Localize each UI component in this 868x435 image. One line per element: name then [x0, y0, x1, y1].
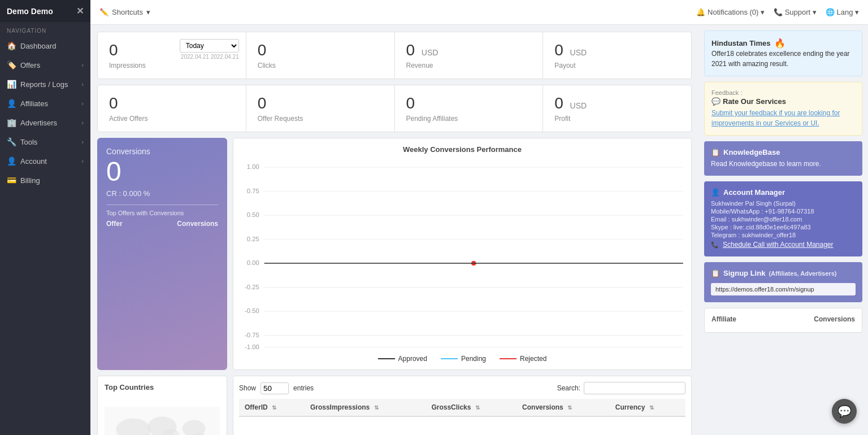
revenue-value: 0 USD [406, 41, 532, 59]
world-map [105, 396, 220, 435]
table-search: Search: [557, 382, 685, 394]
payout-value: 0 USD [554, 41, 680, 59]
date-picker[interactable]: TodayYesterdayLast 7 DaysLast 30 Days 20… [180, 39, 239, 60]
content-area: TodayYesterdayLast 7 DaysLast 30 Days 20… [90, 25, 868, 435]
nav-label-dashboard: Dashboard [20, 42, 57, 50]
sidebar-item-offers[interactable]: 🏷️ Offers › [0, 55, 90, 75]
stat-profit: 0 USD Profit [543, 85, 691, 132]
account-manager-card: 👤 Account Manager Sukhwinder Pal Singh (… [704, 181, 862, 256]
nav-label-offers: Offers [20, 61, 40, 69]
am-telegram: Telegram : sukhwinder_offer18 [711, 232, 856, 238]
nav-icon-dashboard: 🏠 [7, 41, 16, 50]
news-title-row: Hindustan Times 🔥 [711, 38, 855, 49]
kb-title: KnowledgeBase [723, 148, 780, 156]
chat-icon: 💬 [711, 97, 721, 106]
search-label: Search: [557, 384, 580, 392]
legend-pending: Pending [441, 355, 486, 363]
th-offerid: OfferID ⇅ [239, 399, 305, 416]
nav-label-advertisers: Advertisers [20, 119, 57, 127]
signup-icon: 📋 [711, 269, 720, 277]
profit-label: Profit [554, 115, 680, 123]
sidebar-item-tools[interactable]: 🔧 Tools › [0, 132, 90, 151]
active-offers-value: 0 [109, 94, 235, 112]
offer-requests-value: 0 [258, 94, 383, 112]
th-conversions: Conversions ⇅ [517, 399, 610, 416]
stat-payout: 0 USD Payout [543, 32, 691, 79]
search-input[interactable] [584, 382, 685, 394]
legend-rejected: Rejected [500, 355, 546, 363]
svg-text:-1.00: -1.00 [245, 343, 259, 350]
show-entries-input[interactable] [261, 382, 289, 394]
conversions-value: 0 [106, 156, 218, 187]
news-card: Hindustan Times 🔥 Offer18 celebrates exc… [704, 31, 862, 76]
sidebar: Demo Demo ✕ NAVIGATION 🏠 Dashboard 🏷️ Of… [0, 0, 90, 435]
top-countries-panel: Top Countries [97, 376, 227, 435]
conversions-cr: CR : 0.000 % [106, 189, 218, 198]
impressions-label: Impressions [109, 62, 235, 69]
shortcuts-label: Shortcuts [112, 8, 143, 16]
sidebar-item-affiliates[interactable]: 👤 Affiliates › [0, 94, 90, 113]
nav-arrow-tools: › [81, 138, 84, 145]
svg-text:0.50: 0.50 [247, 211, 259, 218]
sidebar-item-advertisers[interactable]: 🏢 Advertisers › [0, 113, 90, 132]
sidebar-user-label: Demo Demo [7, 7, 53, 16]
chart-area: Weekly Conversions Performance 1.00 0.75… [233, 138, 692, 370]
am-schedule-link[interactable]: Schedule Call with Account Manager [723, 241, 833, 249]
nav-arrow-affiliates: › [81, 100, 84, 107]
notifications-button[interactable]: 🔔 Notifications (0) ▾ [696, 8, 765, 16]
sidebar-item-account[interactable]: 👤 Account › [0, 151, 90, 171]
am-mobile: Mobile/WhatsApp : +91-98764-07318 [711, 208, 856, 215]
sidebar-item-reports-logs[interactable]: 📊 Reports / Logs › [0, 75, 90, 94]
active-offers-label: Active Offers [109, 115, 235, 123]
signup-title-row: 📋 Signup Link (Affiliates, Advertisers) [711, 269, 856, 277]
stats-row-2: 0 Active Offers 0 Offer Requests 0 Pendi… [97, 85, 692, 132]
date-select[interactable]: TodayYesterdayLast 7 DaysLast 30 Days [180, 39, 239, 53]
support-button[interactable]: 📞 Support ▾ [774, 8, 817, 16]
nav-icon-account: 👤 [7, 156, 16, 166]
legend-approved-label: Approved [398, 355, 427, 363]
sidebar-item-dashboard[interactable]: 🏠 Dashboard [0, 36, 90, 55]
legend-pending-label: Pending [461, 355, 486, 363]
nav-label-reports-logs: Reports / Logs [20, 80, 68, 89]
svg-text:0.00: 0.00 [247, 259, 259, 266]
shortcuts-icon: ✏️ [99, 8, 108, 16]
svg-text:1.00: 1.00 [247, 163, 259, 170]
chat-bubble[interactable]: 💬 [832, 399, 857, 424]
conv-offer-header: Offer [106, 220, 123, 228]
sidebar-item-billing[interactable]: 💳 Billing [0, 171, 90, 190]
signup-card: 📋 Signup Link (Affiliates, Advertisers) [704, 262, 862, 302]
sidebar-close-button[interactable]: ✕ [76, 6, 84, 16]
shortcuts-button[interactable]: ✏️ Shortcuts ▾ [99, 8, 150, 16]
knowledgebase-card: 📋 KnowledgeBase Read Knowledgebase to le… [704, 141, 862, 176]
table-header-row: OfferID ⇅ GrossImpressions ⇅ GrossClicks… [239, 399, 685, 416]
profit-value: 0 USD [554, 94, 680, 112]
stat-offer-requests: 0 Offer Requests [246, 85, 395, 132]
nav-icon-reports-logs: 📊 [7, 80, 16, 89]
feedback-text[interactable]: Submit your feedback if you are looking … [711, 108, 855, 128]
lang-button[interactable]: 🌐 Lang ▾ [826, 8, 859, 16]
nav-items: 🏠 Dashboard 🏷️ Offers ›📊 Reports / Logs … [0, 36, 90, 190]
lower-section: Top Countries [97, 376, 692, 435]
nav-label-affiliates: Affiliates [20, 99, 48, 108]
conv-conversions-header: Conversions [177, 220, 218, 228]
feedback-title: 💬 Rate Our Services [711, 97, 855, 106]
signup-url-input[interactable] [711, 283, 856, 295]
offer-requests-label: Offer Requests [258, 115, 383, 123]
svg-text:-0.50: -0.50 [245, 307, 259, 314]
feedback-card: Feedback : 💬 Rate Our Services Submit yo… [704, 82, 862, 136]
nav-arrow-offers: › [81, 62, 84, 68]
feedback-label: Feedback : [711, 89, 855, 96]
signup-title: Signup Link [723, 269, 765, 277]
am-title: Account Manager [723, 188, 785, 197]
affiliate-col-header: Affiliate [711, 315, 736, 323]
entries-label: entries [293, 384, 314, 392]
nav-label-account: Account [20, 157, 47, 166]
top-affiliates-card: Affiliate Conversions [704, 308, 862, 333]
svg-text:-0.25: -0.25 [245, 284, 259, 290]
signup-subtitle: (Affiliates, Advertisers) [769, 270, 836, 277]
kb-title-row: 📋 KnowledgeBase [711, 148, 856, 156]
show-label: Show [239, 384, 256, 392]
conversions-title: Conversions [106, 147, 218, 156]
svg-text:-0.75: -0.75 [245, 332, 259, 338]
am-schedule[interactable]: 📞 Schedule Call with Account Manager [711, 241, 856, 249]
